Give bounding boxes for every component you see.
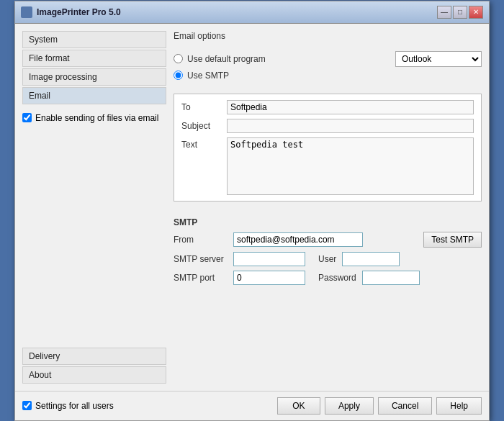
smtp-user-input[interactable] [342, 252, 400, 266]
cancel-button[interactable]: Cancel [378, 397, 432, 415]
smtp-from-label: From [174, 235, 228, 245]
smtp-server-label: SMTP server [174, 254, 228, 264]
radio-default-input[interactable] [174, 54, 183, 63]
to-field-row: To [181, 100, 474, 114]
bottom-bar: Settings for all users OK Apply Cancel H… [15, 391, 489, 420]
sidebar-item-email[interactable]: Email [22, 87, 166, 104]
smtp-password-input[interactable] [362, 271, 420, 285]
radio-default-row: Use default program Outlook [174, 51, 482, 67]
sidebar-bottom: Delivery About [22, 348, 166, 384]
ok-button[interactable]: OK [277, 397, 320, 415]
radio-default: Use default program [174, 54, 266, 64]
help-button[interactable]: Help [436, 397, 482, 415]
radio-smtp-label: Use SMTP [187, 71, 229, 81]
content-area: System File format Image processing Emai… [15, 24, 489, 391]
test-smtp-button[interactable]: Test SMTP [423, 232, 482, 248]
subject-field-row: Subject [181, 119, 474, 133]
title-controls: — □ ✕ [437, 6, 483, 19]
smtp-port-row: SMTP port Password [174, 271, 482, 285]
sidebar-item-fileformat[interactable]: File format [22, 50, 166, 67]
minimize-button[interactable]: — [437, 6, 451, 19]
subject-label: Subject [181, 119, 221, 131]
radio-smtp-row: Use SMTP [174, 71, 482, 81]
apply-button[interactable]: Apply [325, 397, 374, 415]
smtp-port-label: SMTP port [174, 273, 228, 283]
email-fields-box: To Subject Text Softpedia test [174, 94, 482, 202]
enable-email-checkbox[interactable] [22, 113, 32, 122]
sidebar-item-system[interactable]: System [22, 31, 166, 48]
smtp-port-input[interactable] [233, 271, 305, 285]
email-client-dropdown[interactable]: Outlook [395, 51, 482, 67]
smtp-grid: From Test SMTP SMTP server User SMTP por… [174, 232, 482, 285]
title-bar-left: ImagePrinter Pro 5.0 [21, 6, 121, 18]
to-label: To [181, 100, 221, 112]
text-textarea[interactable]: Softpedia test [227, 137, 474, 195]
title-bar: ImagePrinter Pro 5.0 — □ ✕ [15, 1, 489, 24]
text-field-row: Text Softpedia test [181, 137, 474, 195]
maximize-button[interactable]: □ [453, 6, 467, 19]
main-window: ImagePrinter Pro 5.0 — □ ✕ System File f… [14, 1, 490, 421]
window-title: ImagePrinter Pro 5.0 [37, 7, 121, 17]
bottom-buttons: OK Apply Cancel Help [277, 397, 482, 415]
smtp-section-label: SMTP [174, 217, 482, 227]
close-button[interactable]: ✕ [469, 6, 483, 19]
enable-email-label: Enable sending of files via email [35, 113, 158, 123]
main-panel: Email options Use default program Outloo… [174, 31, 482, 384]
smtp-section: SMTP From Test SMTP SMTP server User [174, 217, 482, 285]
bottom-left: Settings for all users [22, 401, 114, 411]
radio-default-label: Use default program [187, 54, 266, 64]
sidebar: System File format Image processing Emai… [22, 31, 166, 384]
sidebar-item-delivery[interactable]: Delivery [22, 348, 166, 365]
enable-email-row: Enable sending of files via email [22, 112, 166, 125]
smtp-from-input[interactable] [233, 232, 363, 247]
radio-smtp-input[interactable] [174, 71, 183, 80]
email-options-label: Email options [174, 31, 482, 41]
settings-all-users-label: Settings for all users [35, 401, 114, 411]
dropdown-container: Outlook [395, 51, 482, 67]
smtp-password-label: Password [318, 273, 356, 283]
settings-all-users-checkbox[interactable] [22, 401, 32, 410]
subject-input[interactable] [227, 119, 474, 133]
radio-group: Use default program Outlook Use SMTP [174, 51, 482, 81]
smtp-user-label: User [318, 254, 336, 264]
to-input[interactable] [227, 100, 474, 114]
text-label: Text [181, 137, 221, 150]
sidebar-item-imageprocessing[interactable]: Image processing [22, 68, 166, 86]
smtp-server-row: SMTP server User [174, 252, 482, 266]
smtp-server-input[interactable] [233, 252, 305, 266]
sidebar-spacer [22, 126, 166, 346]
app-icon [21, 6, 32, 18]
smtp-from-row: From Test SMTP [174, 232, 482, 248]
sidebar-item-about[interactable]: About [22, 366, 166, 384]
